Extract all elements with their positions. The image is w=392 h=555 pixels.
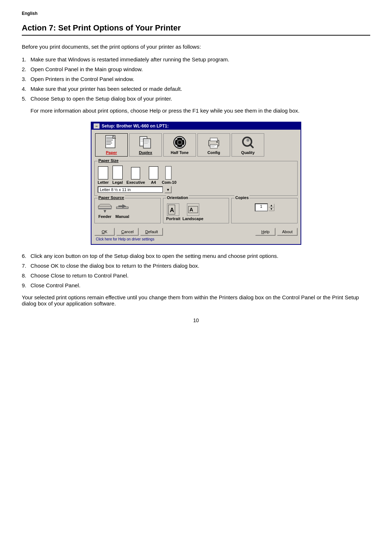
paper-icon — [103, 135, 120, 150]
step-8-text: Choose Close to return to Control Panel. — [30, 272, 128, 279]
dialog-buttons-row: OK Cancel Default Help About — [94, 228, 298, 236]
step-7-num: 7. — [22, 263, 26, 269]
portrait-icon: A — [167, 203, 179, 216]
page-number: 10 — [22, 317, 370, 323]
step-1-text: Make sure that Windows is restarted imme… — [30, 56, 229, 62]
svg-text:A: A — [170, 207, 174, 213]
duplex-icon — [137, 135, 154, 150]
step-8: 8.Choose Close to return to Control Pane… — [22, 272, 370, 279]
paper-size-legal[interactable]: Legal — [113, 166, 123, 185]
default-button[interactable]: Default — [140, 228, 163, 236]
paper-sizes-row: Letter Legal Executive A4 — [98, 166, 294, 185]
step-4: 4.Make sure that your printer has been s… — [22, 86, 370, 92]
letter-icon — [98, 166, 108, 179]
orient-landscape[interactable]: A Landscape — [183, 203, 203, 221]
orient-portrait[interactable]: A Portrait — [166, 203, 180, 221]
tab-paper-label: Paper — [106, 150, 117, 155]
tab-quality[interactable]: Quality — [232, 133, 264, 157]
tab-duplex-label: Duplex — [139, 150, 152, 155]
step-1: 1.Make sure that Windows is restarted im… — [22, 56, 370, 62]
svg-rect-6 — [106, 144, 111, 145]
legal-label: Legal — [113, 180, 123, 185]
paper-size-dropdown[interactable]: Letter 8 ½ x 11 in — [98, 186, 163, 193]
copies-control: 1 ▲ ▼ — [234, 203, 294, 211]
svg-point-24 — [176, 145, 177, 146]
legal-icon — [113, 166, 123, 179]
copies-group: Copies 1 ▲ ▼ — [231, 198, 298, 223]
svg-rect-36 — [98, 206, 111, 208]
step-3: 3.Open Printers in the Control Panel win… — [22, 76, 370, 82]
step-9: 9.Close Control Panel. — [22, 282, 370, 288]
copies-down-btn[interactable]: ▼ — [269, 207, 274, 211]
tab-duplex[interactable]: Duplex — [129, 133, 162, 157]
dialog-body: Paper — [91, 130, 301, 244]
svg-point-22 — [176, 139, 177, 140]
svg-rect-2 — [106, 138, 113, 139]
step-9-num: 9. — [22, 282, 26, 288]
step-2: 2.Open Control Panel in the Main group w… — [22, 66, 370, 72]
svg-rect-35 — [166, 166, 171, 179]
tab-paper[interactable]: Paper — [95, 133, 128, 157]
svg-text:A: A — [189, 207, 193, 212]
language-label: English — [22, 11, 370, 16]
paper-size-executive[interactable]: Executive — [126, 167, 145, 185]
paper-size-a4[interactable]: A4 — [149, 166, 158, 185]
svg-rect-15 — [144, 140, 149, 141]
paper-source-group: Paper Source — [94, 198, 161, 223]
system-menu-icon[interactable]: – — [94, 123, 99, 129]
footer-text: Your selected print options remain effec… — [22, 294, 370, 307]
printer-setup-dialog: – Setup: Brother WL-660 on LPT1: — [91, 122, 301, 245]
about-button[interactable]: About — [277, 228, 298, 236]
com10-label: Com-10 — [162, 180, 176, 185]
svg-point-25 — [182, 145, 183, 146]
paper-size-dropdown-btn[interactable]: ▼ — [164, 186, 172, 193]
quality-icon — [239, 135, 257, 150]
step-2-text: Open Control Panel in the Main group win… — [30, 66, 143, 72]
icon-tabs-row: Paper — [94, 132, 298, 158]
landscape-label: Landscape — [183, 216, 203, 221]
cancel-button[interactable]: Cancel — [116, 228, 139, 236]
dialog-titlebar: – Setup: Brother WL-660 on LPT1: — [91, 122, 301, 130]
svg-rect-4 — [106, 141, 111, 142]
steps-before-list: 1.Make sure that Windows is restarted im… — [22, 56, 370, 102]
step-1-num: 1. — [22, 56, 26, 62]
tab-halftone[interactable]: Half Tone — [163, 133, 196, 157]
copies-up-btn[interactable]: ▲ — [269, 204, 274, 207]
svg-rect-27 — [210, 138, 217, 141]
orientation-label: Orientation — [166, 195, 189, 200]
exec-label: Executive — [126, 180, 145, 185]
copies-spinner: 1 ▲ ▼ — [255, 203, 274, 211]
step-6-text: Click any icon button on top of the Setu… — [30, 253, 278, 259]
step-6: 6.Click any icon button on top of the Se… — [22, 253, 370, 259]
svg-rect-29 — [211, 145, 216, 146]
copies-spinner-btns: ▲ ▼ — [269, 204, 274, 211]
manual-icon — [115, 203, 130, 214]
source-feeder[interactable]: Feeder — [98, 203, 112, 219]
ok-button[interactable]: OK — [94, 228, 115, 236]
svg-rect-16 — [144, 142, 149, 142]
step-6-num: 6. — [22, 253, 26, 259]
halftone-icon — [171, 135, 188, 150]
source-manual[interactable]: Manual — [115, 203, 130, 219]
svg-marker-38 — [98, 204, 111, 206]
svg-rect-30 — [211, 146, 215, 147]
help-button[interactable]: Help — [255, 228, 275, 236]
help-link[interactable]: Click here for Help on driver settings — [94, 236, 298, 242]
extra-text: For more information about print options… — [30, 108, 370, 114]
paper-size-letter[interactable]: Letter — [98, 166, 109, 185]
dialog-content: – Setup: Brother WL-660 on LPT1: — [91, 122, 301, 245]
step-4-text: Make sure that your printer has been sel… — [30, 86, 182, 92]
dialog-title: Setup: Brother WL-660 on LPT1: — [102, 123, 169, 129]
svg-rect-3 — [106, 140, 113, 141]
config-icon — [205, 135, 222, 150]
paper-size-com10[interactable]: Com-10 — [162, 166, 176, 185]
svg-line-33 — [250, 145, 253, 147]
section-title: Action 7: Set Print Options of Your Prin… — [22, 23, 370, 36]
manual-label: Manual — [115, 214, 129, 219]
feeder-icon — [98, 203, 112, 214]
svg-rect-5 — [106, 143, 112, 143]
tab-config[interactable]: Config — [197, 133, 230, 157]
copies-input[interactable]: 1 — [255, 203, 268, 211]
exec-icon — [131, 167, 140, 179]
portrait-label: Portrait — [166, 216, 180, 221]
